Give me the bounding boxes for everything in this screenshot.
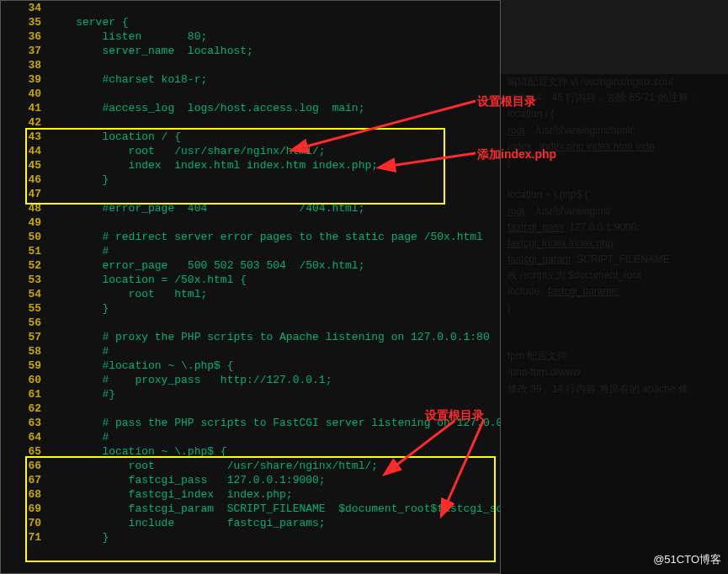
code-text[interactable]: #charset koi8-r; (50, 72, 500, 87)
line-number: 67 (1, 473, 50, 487)
code-text[interactable]: location ~ \.php$ { (50, 444, 500, 459)
code-line[interactable]: 39 #charset koi8-r; (1, 72, 500, 87)
code-text[interactable]: server { (50, 15, 500, 29)
code-line[interactable]: 37 server_name localhost; (1, 44, 500, 58)
code-line[interactable]: 64 # (1, 430, 500, 444)
line-number: 66 (1, 459, 50, 473)
code-text[interactable]: root html; (50, 287, 500, 301)
code-text[interactable]: # (50, 344, 500, 359)
line-number: 51 (1, 244, 50, 258)
code-text[interactable]: #} (50, 387, 500, 401)
line-number: 46 (1, 173, 50, 187)
line-number: 47 (1, 187, 50, 201)
code-line[interactable]: 48 #error_page 404 /404.html; (1, 201, 500, 215)
line-number: 52 (1, 258, 50, 273)
line-number: 57 (1, 330, 50, 344)
code-text[interactable] (50, 215, 500, 230)
code-text[interactable]: listen 80; (50, 29, 500, 44)
code-line[interactable]: 58 # (1, 344, 500, 359)
code-line[interactable]: 36 listen 80; (1, 29, 500, 44)
code-text[interactable]: # proxy_pass http://127.0.0.1; (50, 373, 500, 387)
code-line[interactable]: 42 (1, 115, 500, 130)
code-text[interactable]: # (50, 244, 500, 258)
code-text[interactable]: } (50, 173, 500, 187)
line-number: 37 (1, 44, 50, 58)
code-text[interactable]: # proxy the PHP scripts to Apache listen… (50, 330, 500, 344)
code-line[interactable]: 61 #} (1, 387, 500, 401)
code-line[interactable]: 46 } (1, 173, 500, 187)
line-number: 38 (1, 58, 50, 72)
code-line[interactable]: 70 include fastcgi_params; (1, 516, 500, 530)
code-line[interactable]: 49 (1, 215, 500, 230)
code-line[interactable]: 68 fastcgi_index index.php; (1, 487, 500, 502)
code-line[interactable]: 60 # proxy_pass http://127.0.0.1; (1, 373, 500, 387)
code-line[interactable]: 66 root /usr/share/nginx/html/; (1, 459, 500, 473)
watermark: @51CTO博客 (653, 552, 721, 567)
code-text[interactable]: } (50, 530, 500, 545)
code-line[interactable]: 47 (1, 187, 500, 201)
line-number: 70 (1, 516, 50, 530)
line-number: 63 (1, 416, 50, 430)
line-number: 58 (1, 344, 50, 359)
code-text[interactable]: # redirect server error pages to the sta… (50, 230, 500, 244)
line-number: 40 (1, 87, 50, 101)
code-line[interactable]: 52 error_page 500 502 503 504 /50x.html; (1, 258, 500, 273)
code-line[interactable]: 35 server { (1, 15, 500, 29)
code-line[interactable]: 55 } (1, 301, 500, 316)
code-line[interactable]: 57 # proxy the PHP scripts to Apache lis… (1, 330, 500, 344)
line-number: 39 (1, 72, 50, 87)
annotation-set-root-2: 设置根目录 (425, 408, 484, 423)
code-line[interactable]: 56 (1, 316, 500, 330)
line-number: 34 (1, 1, 50, 15)
line-number: 55 (1, 301, 50, 316)
code-text[interactable]: root /usr/share/nginx/html/; (50, 144, 500, 158)
line-number: 65 (1, 444, 50, 459)
line-number: 59 (1, 359, 50, 373)
code-text[interactable] (50, 1, 500, 15)
code-text[interactable] (50, 87, 500, 101)
code-text[interactable] (50, 187, 500, 201)
code-line[interactable]: 40 (1, 87, 500, 101)
code-line[interactable]: 54 root html; (1, 287, 500, 301)
code-text[interactable]: root /usr/share/nginx/html/; (50, 459, 500, 473)
code-text[interactable] (50, 115, 500, 130)
code-text[interactable] (50, 58, 500, 72)
code-text[interactable]: server_name localhost; (50, 44, 500, 58)
code-text[interactable] (50, 316, 500, 330)
code-text[interactable]: error_page 500 502 503 504 /50x.html; (50, 258, 500, 273)
code-line[interactable]: 53 location = /50x.html { (1, 273, 500, 287)
code-line[interactable]: 44 root /usr/share/nginx/html/; (1, 144, 500, 158)
code-text[interactable]: fastcgi_index index.php; (50, 487, 500, 502)
code-text[interactable]: fastcgi_param SCRIPT_FILENAME $document_… (50, 502, 501, 516)
code-line[interactable]: 67 fastcgi_pass 127.0.0.1:9000; (1, 473, 500, 487)
code-line[interactable]: 38 (1, 58, 500, 72)
code-line[interactable]: 45 index index.html index.htm index.php; (1, 158, 500, 173)
code-line[interactable]: 65 location ~ \.php$ { (1, 444, 500, 459)
code-text[interactable]: location / { (50, 130, 500, 144)
code-text[interactable]: include fastcgi_params; (50, 516, 500, 530)
code-line[interactable]: 69 fastcgi_param SCRIPT_FILENAME $docume… (1, 502, 500, 516)
line-number: 64 (1, 430, 50, 444)
line-number: 43 (1, 130, 50, 144)
line-number: 69 (1, 502, 50, 516)
code-text[interactable]: # (50, 430, 500, 444)
code-text[interactable]: #access_log logs/host.access.log main; (50, 101, 500, 115)
code-line[interactable]: 59 #location ~ \.php$ { (1, 359, 500, 373)
code-line[interactable]: 41 #access_log logs/host.access.log main… (1, 101, 500, 115)
line-number: 60 (1, 373, 50, 387)
line-number: 35 (1, 15, 50, 29)
code-line[interactable]: 43 location / { (1, 130, 500, 144)
code-line[interactable]: 34 (1, 1, 500, 15)
code-text[interactable]: #error_page 404 /404.html; (50, 201, 500, 215)
code-line[interactable]: 51 # (1, 244, 500, 258)
code-editor[interactable]: 3435 server {36 listen 80;37 server_name… (0, 0, 501, 574)
code-text[interactable]: #location ~ \.php$ { (50, 359, 500, 373)
code-text[interactable]: location = /50x.html { (50, 273, 500, 287)
code-text[interactable]: } (50, 301, 500, 316)
code-text[interactable]: index index.html index.htm index.php; (50, 158, 500, 173)
line-number: 49 (1, 215, 50, 230)
code-text[interactable]: fastcgi_pass 127.0.0.1:9000; (50, 473, 500, 487)
code-line[interactable]: 71 } (1, 530, 500, 545)
code-line[interactable]: 50 # redirect server error pages to the … (1, 230, 500, 244)
line-number: 36 (1, 29, 50, 44)
